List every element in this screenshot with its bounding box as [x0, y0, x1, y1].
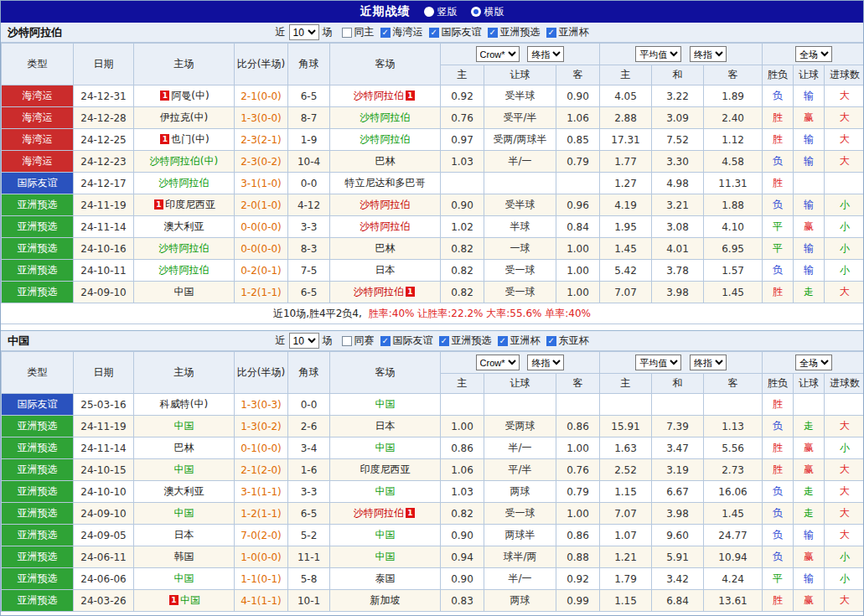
result-goals: 大	[825, 481, 864, 503]
avg-away: 11.31	[704, 173, 763, 194]
sub-col-header: 进球数	[825, 65, 864, 85]
checkbox-icon[interactable]	[498, 336, 508, 346]
odds-away: 0.84	[556, 216, 600, 238]
avg-type-select[interactable]: 终指	[690, 355, 727, 370]
layout-radio-vertical[interactable]: 竖版	[424, 5, 458, 19]
checkbox-icon[interactable]	[439, 336, 449, 346]
avg-away: 6.95	[704, 238, 763, 260]
avg-away: 2.40	[704, 107, 763, 129]
avg-group-header: 平均值 终指	[600, 352, 763, 374]
sub-col-header: 胜负	[763, 65, 794, 85]
filter-checkbox[interactable]: 海湾运	[380, 25, 423, 39]
odds-home: 1.02	[441, 216, 484, 238]
avg-company-select[interactable]: 平均值	[635, 355, 681, 370]
checkbox-icon[interactable]	[380, 28, 391, 38]
avg-draw: 3.47	[652, 437, 704, 459]
result-goals	[825, 394, 864, 416]
result-outcome: 负	[763, 151, 794, 173]
avg-type-select[interactable]: 终指	[690, 46, 727, 62]
result-handicap: 输	[794, 260, 825, 282]
corner-score: 6-5	[288, 85, 330, 107]
corner-score: 0-0	[288, 394, 330, 416]
corner-score: 4-12	[288, 194, 330, 216]
filter-checkbox[interactable]: 同赛	[342, 334, 375, 348]
section-header: 沙特阿拉伯 近 10 场 同主海湾运国际友谊亚洲预选亚洲杯	[1, 23, 863, 43]
filter-checkbox[interactable]: 亚洲杯	[546, 25, 589, 39]
match-row: 海湾运24-12-251也门(中)2-3(2-1)1-9沙特阿拉伯0.97受两/…	[2, 129, 864, 151]
home-team: 澳大利亚	[134, 216, 235, 238]
sub-col-header: 主	[441, 65, 484, 85]
layout-radio-horizontal[interactable]: 横版	[471, 5, 504, 19]
page-title: 近期战绩	[360, 4, 411, 19]
odds-away: 0.86	[556, 525, 600, 546]
filter-checkbox[interactable]: 国际友谊	[429, 25, 482, 39]
filter-checkboxes: 同赛国际友谊亚洲预选亚洲杯东亚杯	[336, 334, 589, 348]
filter-checkbox[interactable]: 亚洲杯	[498, 334, 541, 348]
competition-badge: 亚洲预选	[2, 216, 74, 238]
corner-score: 1-6	[288, 459, 330, 481]
sub-col-header: 和	[652, 65, 704, 85]
checkbox-icon[interactable]	[546, 28, 556, 38]
result-outcome: 胜	[763, 437, 794, 459]
match-date: 24-10-10	[74, 481, 134, 503]
checkbox-icon[interactable]	[546, 336, 556, 346]
odds-home: 0.86	[441, 437, 484, 459]
checkbox-icon[interactable]	[342, 336, 352, 346]
fulltime-scope-select[interactable]: 全场	[795, 355, 832, 370]
avg-away: 4.58	[704, 151, 763, 173]
checkbox-label: 海湾运	[393, 25, 423, 39]
odds-company-select[interactable]: Crow*	[476, 355, 520, 370]
odds-company-select[interactable]: Crow*	[476, 46, 520, 62]
checkbox-icon[interactable]	[429, 28, 439, 38]
filter-checkbox[interactable]: 国际友谊	[380, 334, 433, 348]
avg-draw: 3.22	[652, 85, 704, 107]
corner-score: 5-2	[288, 525, 330, 546]
avg-home: 1.77	[600, 151, 652, 173]
radio-label: 竖版	[437, 5, 458, 19]
avg-draw: 7.39	[652, 416, 704, 437]
filter-bar: 近 10 场 同赛国际友谊亚洲预选亚洲杯东亚杯	[276, 333, 589, 349]
filter-checkbox[interactable]: 亚洲预选	[488, 25, 541, 39]
odds-away: 0.85	[556, 129, 600, 151]
checkbox-icon[interactable]	[488, 28, 498, 38]
home-team: 巴林	[134, 437, 235, 459]
sub-col-header: 让球	[794, 374, 825, 394]
avg-company-select[interactable]: 平均值	[635, 46, 681, 62]
result-handicap	[794, 394, 825, 416]
odds-handicap: 球半/两	[484, 546, 556, 568]
filter-checkbox[interactable]: 亚洲预选	[439, 334, 492, 348]
fulltime-halftime-score: 0-2(0-1)	[235, 260, 288, 282]
home-team: 沙特阿拉伯(中)	[134, 151, 235, 173]
filter-checkbox[interactable]: 东亚杯	[546, 334, 589, 348]
fulltime-scope-select[interactable]: 全场	[795, 46, 832, 62]
odds-home: 0.76	[441, 107, 484, 129]
odds-home: 1.00	[441, 416, 484, 437]
match-row: 亚洲预选24-11-19中国1-3(0-2)2-6日本1.00受两球0.8615…	[2, 416, 864, 437]
odds-away: 0.92	[556, 568, 600, 590]
result-goals: 大	[825, 282, 864, 303]
avg-draw: 3.21	[652, 194, 704, 216]
odds-home: 0.90	[441, 525, 484, 546]
filter-checkbox[interactable]: 同主	[342, 25, 375, 39]
checkbox-label: 亚洲预选	[452, 334, 492, 348]
odds-type-select[interactable]: 终指	[527, 46, 564, 62]
checkbox-icon[interactable]	[342, 28, 352, 38]
radio-icon[interactable]	[424, 7, 434, 17]
sub-col-header: 客	[556, 65, 600, 85]
recent-count-select[interactable]: 10	[289, 24, 319, 40]
fulltime-halftime-score: 2-3(0-2)	[235, 151, 288, 173]
recent-count-select[interactable]: 10	[289, 333, 319, 349]
radio-icon[interactable]	[471, 7, 481, 17]
result-handicap: 赢	[794, 590, 825, 612]
corner-score: 8-7	[288, 107, 330, 129]
odds-away: 0.90	[556, 85, 600, 107]
checkbox-icon[interactable]	[380, 336, 391, 346]
avg-draw: 7.52	[652, 129, 704, 151]
competition-badge: 亚洲预选	[2, 260, 74, 282]
avg-draw: 3.19	[652, 459, 704, 481]
sub-col-header: 让球	[794, 65, 825, 85]
odds-type-select[interactable]: 终指	[527, 355, 564, 370]
odds-handicap: 平/半	[484, 459, 556, 481]
col-header-type: 类型	[2, 352, 74, 394]
avg-home: 5.42	[600, 260, 652, 282]
